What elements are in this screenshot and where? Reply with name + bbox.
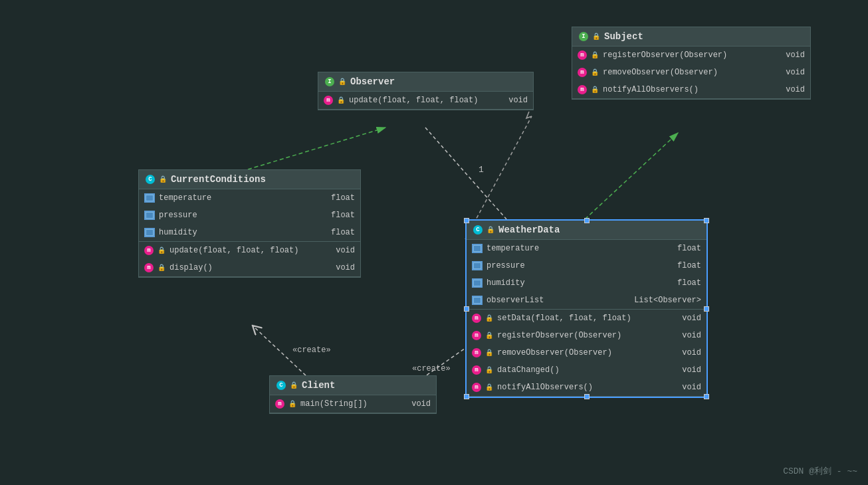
cc-field-pressure: pressure float (139, 207, 360, 224)
cc-fields: temperature float pressure float humidit… (139, 189, 360, 242)
wd-method-removeobserver: m 🔒 removeObserver(Observer) void (467, 344, 706, 361)
vis-icon: 🔒 (158, 246, 165, 254)
weather-data-box: C 🔒 WeatherData temperature float pressu… (465, 219, 708, 398)
wd-fields: temperature float pressure float humidit… (467, 240, 706, 310)
subject-title: Subject (604, 31, 643, 42)
vis-icon: 🔒 (337, 96, 345, 104)
vis-icon: 🔒 (591, 86, 599, 94)
svg-line-5 (425, 128, 506, 219)
cc-method-update: m 🔒 update(float, float, float) void (139, 242, 360, 259)
vis-icon: 🔒 (485, 349, 493, 357)
method-icon: m (275, 399, 284, 409)
method-icon: m (578, 85, 587, 94)
client-methods: m 🔒 main(String[]) void (270, 395, 436, 413)
cc-body: temperature float pressure float humidit… (139, 189, 360, 277)
observer-method-1: m 🔒 update(float, float, float) void (318, 92, 533, 109)
subject-method-3: m 🔒 notifyAllObservers() void (572, 81, 810, 98)
create-label-1: «create» (292, 345, 331, 355)
svg-line-3 (585, 133, 678, 219)
wd-header: C 🔒 WeatherData (467, 221, 706, 240)
wd-visibility-icon: 🔒 (487, 226, 494, 234)
subject-header: I 🔒 Subject (572, 27, 810, 47)
watermark: CSDN @利剑 - ~~ (783, 465, 857, 477)
cc-field-temp: temperature float (139, 189, 360, 207)
client-header: C 🔒 Client (270, 376, 436, 395)
method-icon: m (472, 314, 481, 323)
field-icon (472, 296, 483, 305)
method-icon: m (324, 96, 333, 105)
wd-method-registerobserver: m 🔒 registerObserver(Observer) void (467, 327, 706, 344)
client-body: m 🔒 main(String[]) void (270, 395, 436, 413)
vis-icon: 🔒 (591, 68, 599, 76)
wd-method-datachanged: m 🔒 dataChanged() void (467, 361, 706, 379)
observer-methods: m 🔒 update(float, float, float) void (318, 92, 533, 110)
method-icon: m (578, 68, 587, 77)
client-title: Client (302, 380, 335, 391)
wd-type-icon: C (473, 225, 483, 235)
field-icon (472, 261, 483, 270)
client-box: C 🔒 Client m 🔒 main(String[]) void (269, 375, 437, 414)
method-icon: m (472, 383, 481, 392)
cc-type-icon: C (146, 175, 155, 184)
current-conditions-box: C 🔒 CurrentConditions temperature float … (138, 169, 361, 278)
observer-type-icon: I (325, 77, 334, 86)
multiplicity-label: 1 (479, 165, 484, 175)
vis-icon: 🔒 (485, 366, 493, 374)
field-icon (472, 244, 483, 253)
method-icon: m (472, 331, 481, 340)
wd-field-temp: temperature float (467, 240, 706, 257)
observer-body: m 🔒 update(float, float, float) void (318, 92, 533, 110)
client-visibility-icon: 🔒 (290, 381, 298, 389)
subject-method-1: m 🔒 registerObserver(Observer) void (572, 47, 810, 64)
observer-visibility-icon: 🔒 (338, 78, 346, 86)
subject-body: m 🔒 registerObserver(Observer) void m 🔒 … (572, 47, 810, 99)
cc-visibility-icon: 🔒 (159, 175, 167, 183)
wd-body: temperature float pressure float humidit… (467, 240, 706, 397)
wd-title: WeatherData (498, 225, 560, 235)
wd-field-pressure: pressure float (467, 257, 706, 274)
field-icon (144, 193, 155, 203)
field-icon (472, 278, 483, 288)
method-icon: m (472, 365, 481, 375)
cc-header: C 🔒 CurrentConditions (139, 170, 360, 189)
svg-line-2 (248, 128, 385, 169)
vis-icon: 🔒 (485, 383, 493, 391)
cc-title: CurrentConditions (171, 174, 266, 185)
wd-field-humidity: humidity float (467, 274, 706, 292)
vis-icon: 🔒 (288, 400, 296, 408)
method-icon: m (578, 50, 587, 60)
subject-box: I 🔒 Subject m 🔒 registerObserver(Observe… (572, 27, 811, 100)
client-type-icon: C (276, 381, 286, 390)
method-icon: m (472, 348, 481, 357)
client-method-main: m 🔒 main(String[]) void (270, 395, 436, 413)
subject-methods: m 🔒 registerObserver(Observer) void m 🔒 … (572, 47, 810, 99)
create-label-2: «create» (412, 364, 451, 373)
wd-method-setdata: m 🔒 setData(float, float, float) void (467, 310, 706, 327)
field-icon (144, 228, 155, 237)
vis-icon: 🔒 (485, 314, 493, 322)
subject-visibility-icon: 🔒 (592, 33, 600, 41)
vis-icon: 🔒 (158, 264, 165, 272)
cc-field-humidity: humidity float (139, 224, 360, 241)
cc-methods: m 🔒 update(float, float, float) void m 🔒… (139, 242, 360, 277)
observer-header: I 🔒 Observer (318, 72, 533, 92)
vis-icon: 🔒 (485, 332, 493, 340)
subject-type-icon: I (579, 32, 588, 41)
wd-field-observerlist: observerList List<Observer> (467, 292, 706, 309)
observer-title: Observer (350, 76, 395, 87)
vis-icon: 🔒 (591, 51, 599, 59)
field-icon (144, 211, 155, 220)
subject-method-2: m 🔒 removeObserver(Observer) void (572, 64, 810, 81)
wd-methods: m 🔒 setData(float, float, float) void m … (467, 310, 706, 397)
observer-box: I 🔒 Observer m 🔒 update(float, float, fl… (318, 72, 534, 110)
method-icon: m (144, 246, 154, 255)
cc-method-display: m 🔒 display() void (139, 259, 360, 276)
method-icon: m (144, 263, 154, 272)
